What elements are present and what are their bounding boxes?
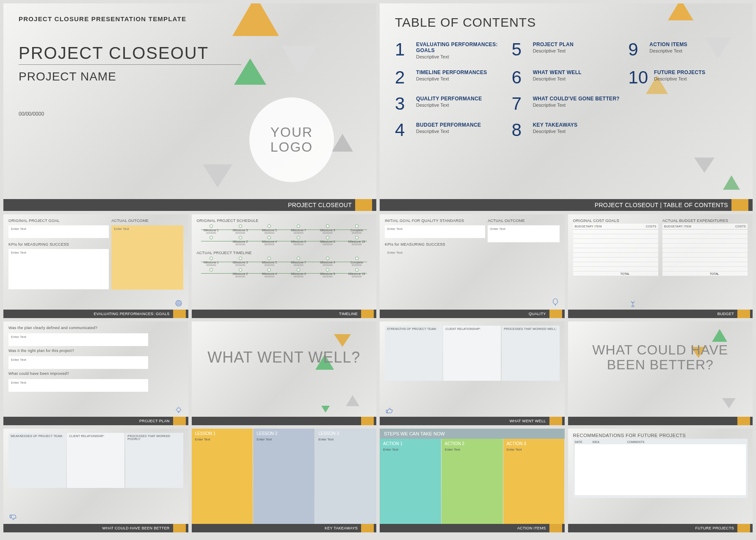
- footer-text: PROJECT CLOSEOUT | TABLE OF CONTENTS: [595, 202, 728, 208]
- thumbs-up-icon: [386, 407, 393, 414]
- svg-point-4: [177, 408, 180, 412]
- slide-action-items: STEPS WE CAN TAKE NOW ACTION 1Enter Text…: [380, 429, 565, 532]
- slide-timeline: ORIGINAL PROJECT SCHEDULE Milestone 100/…: [192, 214, 377, 318]
- slide-what-went-well-title: WHAT WENT WELL?: [192, 321, 377, 425]
- thumbs-down-icon: [9, 514, 17, 521]
- footer-text: PROJECT CLOSEOUT: [288, 202, 352, 208]
- balloon-icon: [552, 299, 559, 307]
- plant-icon: [629, 300, 636, 307]
- lightbulb-icon: [175, 407, 182, 414]
- slide-title: PROJECT CLOSURE PRESENTATION TEMPLATE PR…: [3, 3, 376, 211]
- slide-went-well-table: STRENGTHS OF PROJECT TEAM: CLIENT RELATI…: [380, 321, 565, 425]
- logo-placeholder: YOUR LOGO: [249, 97, 334, 182]
- main-title: PROJECT CLOSEOUT: [19, 44, 361, 63]
- section-title: WHAT WENT WELL?: [197, 349, 372, 366]
- slide-key-takeaways: LESSON 1Enter Text LESSON 2Enter Text LE…: [192, 429, 377, 532]
- slide-could-better-title: WHAT COULD HAVE BEEN BETTER?: [568, 321, 753, 425]
- target-icon: [175, 299, 182, 307]
- slide-budget: ORIGINAL COST GOALS BUDGETARY ITEMCOSTS …: [568, 214, 753, 318]
- slide-quality: INITIAL GOAL FOR QUALITY STANDARDS Enter…: [380, 214, 565, 318]
- toc-grid: 1EVALUATING PERFORMANCES: GOALSDescripti…: [395, 42, 737, 138]
- slide-could-better-table: WEAKNESSES OF PROJECT TEAM: CLIENT RELAT…: [3, 429, 188, 532]
- svg-point-2: [178, 303, 179, 304]
- toc-title: TABLE OF CONTENTS: [395, 15, 737, 30]
- svg-point-3: [553, 299, 557, 304]
- slide-goals: ORIGINAL PROJECT GOAL Enter Text KPIs fo…: [3, 214, 188, 318]
- slide-toc: TABLE OF CONTENTS 1EVALUATING PERFORMANC…: [380, 3, 753, 211]
- slide-future-projects: RECOMMENDATIONS FOR FUTURE PROJECTS DATE…: [568, 429, 753, 532]
- section-title: WHAT COULD HAVE BEEN BETTER?: [573, 343, 748, 372]
- template-header: PROJECT CLOSURE PRESENTATION TEMPLATE: [19, 15, 361, 22]
- slide-project-plan: Was the plan clearly defined and communi…: [3, 321, 188, 425]
- subtitle: PROJECT NAME: [19, 70, 361, 83]
